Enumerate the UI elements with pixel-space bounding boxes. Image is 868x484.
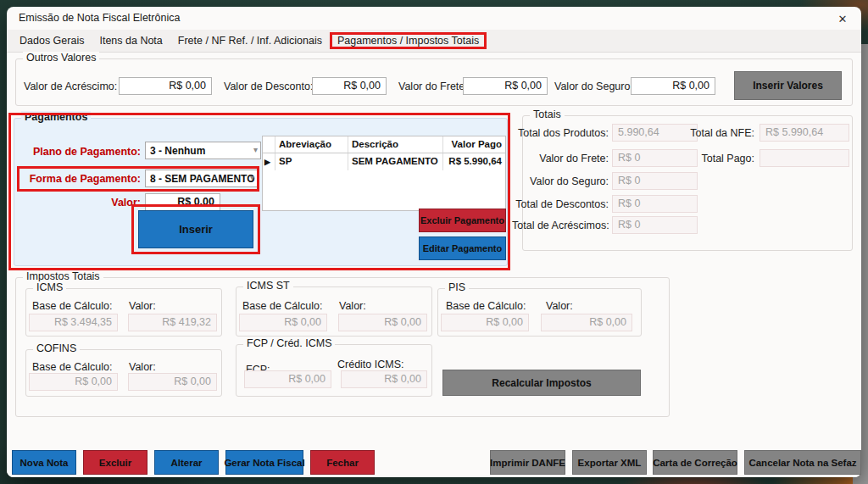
pis-valor-label: Valor:: [546, 300, 573, 312]
window-title: Emissão de Nota Fiscal Eletrônica: [19, 12, 180, 24]
pis-base-label: Base de Cálculo:: [446, 300, 526, 312]
col-abreviacao[interactable]: Abreviação: [275, 136, 348, 153]
total-acrescimos-field: R$ 0: [612, 216, 698, 234]
credito-icms-field: R$ 0,00: [341, 370, 427, 388]
total-produtos-label: Total dos Produtos:: [512, 127, 609, 139]
cofins-valor-label: Valor:: [129, 361, 156, 373]
icms-legend: ICMS: [33, 281, 66, 293]
cell-descricao: SEM PAGAMENTO: [348, 153, 443, 170]
cofins-legend: COFINS: [33, 342, 80, 354]
acrescimo-input[interactable]: R$ 0,00: [119, 77, 212, 95]
alterar-button[interactable]: Alterar: [154, 450, 219, 475]
total-descontos-label: Total de Descontos:: [512, 198, 609, 210]
valor-input[interactable]: R$ 0,00: [145, 193, 220, 211]
valor-seguro-label: Valor do Seguro:: [512, 175, 609, 187]
invoice-window: Emissão de Nota Fiscal Eletrônica ✕ Dado…: [7, 7, 861, 477]
carta-correcao-button[interactable]: Carta de Correção: [653, 450, 737, 475]
col-descricao[interactable]: Descrição: [348, 136, 443, 153]
tabstrip: Dados Gerais Itens da Nota Frete / NF Re…: [7, 30, 861, 53]
tab-itens-da-nota[interactable]: Itens da Nota: [92, 32, 170, 49]
valor-label: Valor:: [58, 197, 141, 209]
total-pago-field: [760, 149, 849, 167]
imprimir-danfe-button[interactable]: Imprimir DANFE: [490, 450, 565, 475]
selector-header-cell: [263, 136, 275, 153]
forma-pagamento-label: Forma de Pagamento:: [24, 173, 141, 185]
recalcular-impostos-button[interactable]: Recalcular Impostos: [442, 370, 641, 396]
cofins-valor-field: R$ 0,00: [128, 373, 217, 391]
forma-pagamento-value: 8 - SEM PAGAMENTO: [150, 173, 255, 185]
pagamentos-legend: Pagamentos: [21, 111, 91, 123]
close-icon[interactable]: ✕: [835, 11, 850, 26]
acrescimo-label: Valor de Acréscimo:: [24, 81, 117, 92]
frete-input[interactable]: R$ 0,00: [463, 77, 548, 95]
tab-pagamentos-impostos[interactable]: Pagamentos / Impostos Totais: [330, 32, 487, 49]
col-valor-pago[interactable]: Valor Pago: [443, 136, 505, 153]
icms-base-field: R$ 3.494,35: [29, 314, 118, 331]
icms-st-base-field: R$ 0,00: [239, 314, 327, 331]
plano-pagamento-value: 3 - Nenhum: [150, 145, 205, 157]
total-nfe-field: R$ 5.990,64: [760, 124, 849, 142]
desconto-label: Valor de Desconto:: [224, 81, 313, 92]
total-pago-label: Total Pago:: [685, 153, 754, 164]
exportar-xml-button[interactable]: Exportar XML: [572, 450, 647, 475]
pis-legend: PIS: [445, 281, 469, 293]
row-selector-icon: ▶: [263, 153, 275, 170]
chevron-down-icon: ▾: [250, 173, 254, 182]
table-row[interactable]: ▶ SP SEM PAGAMENTO R$ 5.990,64: [263, 153, 505, 170]
credito-icms-label: Crédito ICMS:: [337, 359, 404, 370]
impostos-totais-legend: Impostos Totais: [23, 270, 103, 282]
total-descontos-field: R$ 0: [612, 195, 698, 213]
titlebar: Emissão de Nota Fiscal Eletrônica ✕: [7, 7, 861, 30]
seguro-label: Valor do Seguro:: [554, 81, 633, 92]
valor-frete-label: Valor do Frete:: [512, 153, 609, 164]
tab-frete-nf-ref[interactable]: Frete / NF Ref. / Inf. Adicionais: [170, 32, 330, 49]
cancelar-nota-sefaz-button[interactable]: Cancelar Nota na Sefaz: [744, 450, 861, 475]
total-acrescimos-label: Total de Acréscimos:: [512, 220, 609, 231]
cofins-base-field: R$ 0,00: [29, 373, 118, 391]
icms-st-valor-label: Valor:: [339, 300, 366, 312]
cell-valor-pago: R$ 5.990,64: [443, 153, 505, 170]
editar-pagamento-button[interactable]: Editar Pagamento: [419, 236, 506, 260]
icms-st-legend: ICMS ST: [243, 280, 293, 292]
icms-valor-label: Valor:: [129, 300, 156, 312]
forma-pagamento-select[interactable]: 8 - SEM PAGAMENTO ▾: [145, 170, 258, 187]
fcp-field: R$ 0,00: [244, 370, 331, 388]
inserir-valores-button[interactable]: Inserir Valores: [734, 71, 842, 100]
frete-label: Valor do Frete:: [398, 81, 468, 92]
icms-base-label: Base de Cálculo:: [32, 300, 113, 312]
icms-st-base-label: Base de Cálculo:: [242, 300, 323, 312]
cofins-base-label: Base de Cálculo:: [32, 361, 113, 373]
gerar-nota-fiscal-button[interactable]: Gerar Nota Fiscal: [225, 450, 303, 475]
fcp-legend: FCP / Créd. ICMS: [243, 337, 335, 349]
outros-valores-legend: Outros Valores: [23, 52, 99, 64]
excluir-button[interactable]: Excluir: [83, 450, 147, 475]
icms-st-valor-field: R$ 0,00: [338, 314, 427, 331]
tab-dados-gerais[interactable]: Dados Gerais: [12, 32, 92, 49]
cell-abreviacao: SP: [275, 153, 348, 170]
seguro-input[interactable]: R$ 0,00: [631, 77, 715, 95]
nova-nota-button[interactable]: Nova Nota: [12, 450, 76, 475]
excluir-pagamento-button[interactable]: Excluir Pagamento: [419, 209, 506, 232]
desconto-input[interactable]: R$ 0,00: [312, 77, 387, 95]
plano-pagamento-select[interactable]: 3 - Nenhum ▾: [145, 142, 261, 159]
pis-valor-field: R$ 0,00: [541, 314, 632, 331]
valor-seguro-field: R$ 0: [612, 172, 698, 190]
total-nfe-label: Total da NFE:: [685, 127, 754, 139]
icms-valor-field: R$ 419,32: [128, 314, 217, 331]
fechar-button[interactable]: Fechar: [310, 450, 375, 475]
pagamentos-table[interactable]: Abreviação Descrição Valor Pago ▶ SP SEM…: [262, 136, 506, 211]
table-header-row: Abreviação Descrição Valor Pago: [263, 136, 505, 153]
totais-legend: Totais: [530, 108, 565, 120]
plano-pagamento-label: Plano de Pagamento:: [24, 146, 141, 158]
inserir-button[interactable]: Inserir: [138, 210, 253, 248]
chevron-down-icon: ▾: [253, 145, 258, 154]
pis-base-field: R$ 0,00: [441, 314, 529, 331]
